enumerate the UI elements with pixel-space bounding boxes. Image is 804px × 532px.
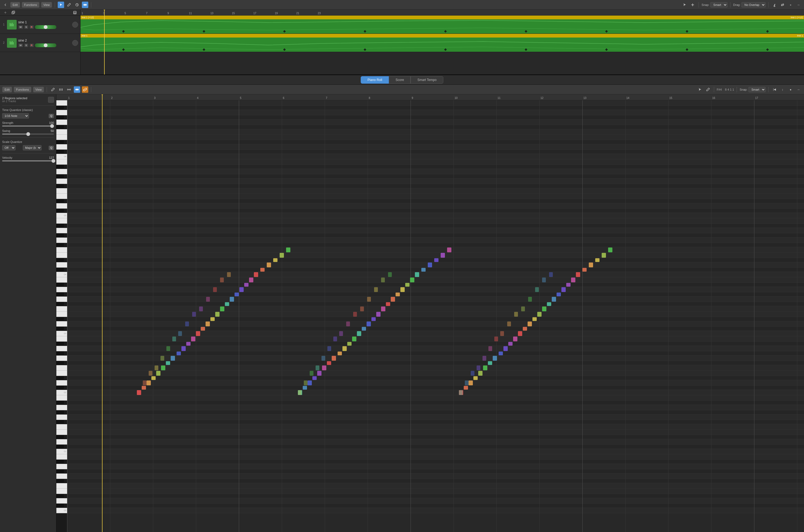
selection-settings-btn[interactable] xyxy=(48,97,54,103)
piano-key-white-F5[interactable] xyxy=(56,188,67,194)
piano-key-black-Eb5[interactable] xyxy=(56,199,64,203)
track-fader-1[interactable] xyxy=(35,25,56,29)
piano-key-black-Db6[interactable] xyxy=(56,150,64,154)
piano-key-black-Bb2[interactable] xyxy=(56,342,64,346)
link-arrows[interactable]: ↔ xyxy=(796,86,802,93)
tab-smart-tempo[interactable]: Smart Tempo xyxy=(410,76,443,84)
fastfwd-icon[interactable]: ↕ xyxy=(779,86,786,93)
piano-key-black-Gb0[interactable] xyxy=(56,479,64,483)
piano-pencil-tool[interactable] xyxy=(50,86,56,93)
velocity-knob[interactable] xyxy=(52,159,55,163)
piano-key-white-F4[interactable] xyxy=(56,247,67,252)
tab-score[interactable]: Score xyxy=(389,76,410,84)
piano-key-white-C4[interactable]: C4 xyxy=(56,272,67,277)
piano-key-white-A4[interactable] xyxy=(56,228,67,233)
piano-key-white-G4[interactable] xyxy=(56,238,67,243)
piano-key-black-Bb4[interactable] xyxy=(56,224,64,228)
strength-knob[interactable] xyxy=(50,124,54,128)
piano-key-white-B1[interactable] xyxy=(56,395,67,401)
piano-key-white-C2[interactable]: C2 xyxy=(56,390,67,395)
piano-key-white-B4[interactable] xyxy=(56,218,67,224)
region-yellow-1[interactable]: Inst 1 (+12) Inst 1 (+12) xyxy=(80,16,804,19)
piano-key-black-Bb5[interactable] xyxy=(56,165,64,169)
piano-key-white-A1[interactable] xyxy=(56,405,67,410)
piano-key-white-E4[interactable] xyxy=(56,252,67,258)
region-green-1[interactable] xyxy=(80,19,804,34)
piano-key-black-Gb4[interactable] xyxy=(56,243,64,247)
grid-content[interactable] xyxy=(67,100,804,532)
strength-slider[interactable] xyxy=(2,126,54,127)
pointer-tool[interactable] xyxy=(58,2,64,8)
piano-key-black-Ab4[interactable] xyxy=(56,233,64,238)
piano-key-black-Db3[interactable] xyxy=(56,327,64,331)
metronome-icon[interactable] xyxy=(771,2,778,8)
velocity-slider[interactable] xyxy=(2,160,54,162)
record-circle[interactable]: ● xyxy=(787,86,794,93)
piano-key-white-G5[interactable] xyxy=(56,178,67,184)
back-icon[interactable] xyxy=(2,2,8,8)
piano-key-white-D0[interactable] xyxy=(56,498,67,504)
piano-key-white-E3[interactable] xyxy=(56,311,67,317)
piano-key-black-Ab6[interactable] xyxy=(56,115,64,119)
add-tool-right[interactable] xyxy=(690,2,696,8)
piano-key-black-Ab3[interactable] xyxy=(56,292,64,297)
track-vol-2[interactable] xyxy=(72,40,78,46)
piano-key-white-A5[interactable] xyxy=(56,169,67,174)
settings-icon[interactable] xyxy=(72,10,78,16)
track-fader-2[interactable] xyxy=(35,43,56,47)
piano-key-white-B5[interactable] xyxy=(56,159,67,165)
piano-key-white-G0[interactable] xyxy=(56,474,67,479)
edit-menu-bottom[interactable]: Edit xyxy=(2,87,12,93)
piano-key-black-Bb1[interactable] xyxy=(56,401,64,405)
swing-knob[interactable] xyxy=(26,132,30,136)
functions-menu-bottom[interactable]: Functions xyxy=(14,87,31,93)
piano-key-white-A3[interactable] xyxy=(56,287,67,292)
fader-knob-1[interactable] xyxy=(44,25,48,29)
piano-key-white-D2[interactable] xyxy=(56,380,67,385)
view-menu-bottom[interactable]: View xyxy=(33,87,44,93)
piano-key-black-Eb2[interactable] xyxy=(56,376,64,380)
duplicate-track-btn[interactable] xyxy=(10,10,17,16)
track-vol-1[interactable] xyxy=(72,22,78,27)
loop-tool[interactable] xyxy=(74,2,80,8)
piano-key-white-D1[interactable] xyxy=(56,439,67,444)
piano-key-black-Db4[interactable] xyxy=(56,268,64,272)
piano-key-white-G1[interactable] xyxy=(56,415,67,420)
select-right-2[interactable] xyxy=(697,86,703,93)
piano-key-white-B2[interactable] xyxy=(56,336,67,342)
piano-key-white-A0[interactable] xyxy=(56,464,67,469)
piano-key-white-F3[interactable] xyxy=(56,306,67,311)
piano-key-white-F1[interactable] xyxy=(56,424,67,430)
piano-key-white-E5[interactable] xyxy=(56,194,67,199)
piano-key-white-D4[interactable] xyxy=(56,262,67,268)
piano-key-black-Gb3[interactable] xyxy=(56,302,64,306)
piano-key-black-Db5[interactable] xyxy=(56,209,64,213)
piano-key-black-Gb2[interactable] xyxy=(56,361,64,365)
fader-knob-2[interactable] xyxy=(44,43,48,47)
scale-type-dropdown[interactable]: Major (lo... xyxy=(23,145,42,150)
piano-midi-tool[interactable] xyxy=(74,86,80,93)
piano-key-black-Eb6[interactable] xyxy=(56,140,64,144)
region-green-2[interactable] xyxy=(80,38,804,52)
piano-key-white-F2[interactable] xyxy=(56,365,67,370)
mute-btn-2[interactable]: M xyxy=(18,43,23,47)
piano-key-white-F6[interactable] xyxy=(56,129,67,135)
piano-key-black-Db2[interactable] xyxy=(56,385,64,390)
piano-key-black-Ab0[interactable] xyxy=(56,469,64,474)
scale-q-btn[interactable]: Q xyxy=(49,146,54,150)
more-right[interactable]: ↔ xyxy=(796,2,802,8)
solo-btn-1[interactable]: S xyxy=(24,25,29,29)
piano-key-black-Ab5[interactable] xyxy=(56,174,64,178)
piano-key-black-Db0[interactable] xyxy=(56,504,64,508)
piano-key-white-C3[interactable]: C3 xyxy=(56,331,67,336)
functions-menu-top[interactable]: Functions xyxy=(22,2,39,8)
piano-key-black-Eb0[interactable] xyxy=(56,494,64,498)
piano-key-white-C1[interactable]: C1 xyxy=(56,449,67,454)
piano-key-white-G6[interactable] xyxy=(56,119,67,125)
piano-link-tool[interactable] xyxy=(82,86,88,93)
piano-key-white-A6[interactable] xyxy=(56,110,67,115)
add-track-btn[interactable]: + xyxy=(2,10,8,16)
piano-key-white-D5[interactable] xyxy=(56,203,67,209)
piano-key-black-Db1[interactable] xyxy=(56,444,64,449)
piano-key-black-Gb5[interactable] xyxy=(56,184,64,188)
